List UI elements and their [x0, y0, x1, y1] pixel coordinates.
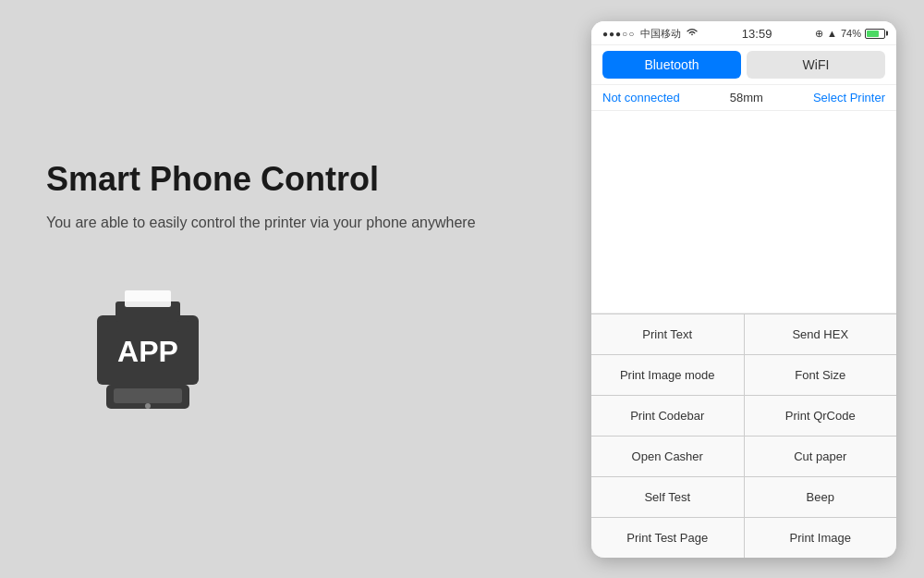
app-icon: APP	[74, 271, 222, 419]
print-test-page-button[interactable]: Print Test Page	[591, 518, 744, 558]
print-image-button[interactable]: Print Image	[745, 518, 897, 558]
tab-bluetooth[interactable]: Bluetooth	[602, 51, 741, 79]
battery-icon	[865, 29, 885, 39]
arrow-icon: ▲	[827, 28, 837, 39]
status-left: ●●●○○ 中国移动	[602, 27, 699, 41]
svg-point-6	[145, 403, 151, 409]
print-text-button[interactable]: Print Text	[591, 314, 744, 354]
print-image-mode-button[interactable]: Print Image mode	[591, 355, 744, 395]
svg-rect-5	[114, 388, 182, 403]
paper-width: 58mm	[730, 91, 763, 105]
svg-rect-2	[125, 290, 171, 307]
svg-rect-4	[141, 377, 154, 388]
cut-paper-button[interactable]: Cut paper	[745, 437, 897, 476]
wifi-icon	[686, 27, 699, 40]
print-codebar-button[interactable]: Print Codebar	[591, 396, 744, 436]
print-qrcode-button[interactable]: Print QrCode	[745, 396, 897, 436]
phone-mockup: ●●●○○ 中国移动 13:59 ⊕ ▲ 74% Bluetooth WiFI	[591, 21, 896, 558]
self-test-button[interactable]: Self Test	[591, 477, 744, 517]
page-subtitle: You are able to easily control the print…	[46, 212, 545, 234]
connection-bar: Not connected 58mm Select Printer	[591, 85, 896, 111]
battery-pct: 74%	[841, 28, 861, 39]
signal-dots: ●●●○○	[602, 29, 635, 39]
send-hex-button[interactable]: Send HEX	[745, 314, 897, 354]
font-size-button[interactable]: Font Size	[745, 355, 897, 395]
tab-bar: Bluetooth WiFI	[591, 45, 896, 85]
status-bar: ●●●○○ 中国移动 13:59 ⊕ ▲ 74%	[591, 21, 896, 45]
status-time: 13:59	[742, 27, 772, 41]
beep-button[interactable]: Beep	[745, 477, 897, 517]
select-printer-button[interactable]: Select Printer	[813, 91, 885, 105]
left-panel: Smart Phone Control You are able to easi…	[0, 0, 591, 578]
button-grid: Print Text Send HEX Print Image mode Fon…	[591, 314, 896, 558]
location-icon: ⊕	[815, 28, 823, 40]
text-preview-area	[591, 111, 896, 314]
open-casher-button[interactable]: Open Casher	[591, 437, 744, 476]
battery-fill	[867, 31, 879, 37]
page-title: Smart Phone Control	[46, 159, 545, 199]
carrier-label: 中国移动	[640, 27, 681, 41]
svg-text:APP: APP	[117, 335, 178, 368]
connection-status: Not connected	[602, 91, 680, 105]
status-right: ⊕ ▲ 74%	[815, 28, 885, 40]
tab-wifi[interactable]: WiFI	[747, 51, 885, 79]
